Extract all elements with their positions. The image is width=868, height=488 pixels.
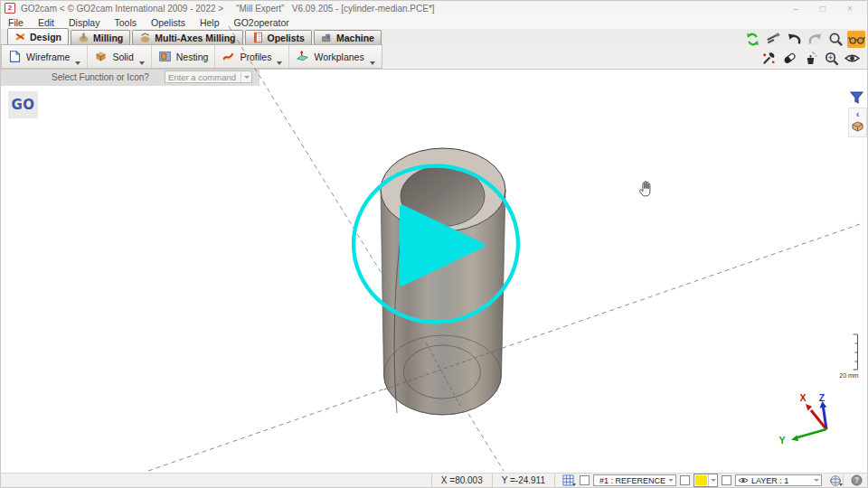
menu-opelists[interactable]: Opelists (144, 17, 193, 28)
grid-snap-button[interactable] (561, 474, 576, 486)
tab-milling-label: Milling (93, 33, 123, 43)
opelists-icon (252, 32, 264, 43)
workplanes-icon (296, 50, 309, 63)
menu-edit[interactable]: Edit (31, 17, 61, 28)
layer-selector-value: LAYER : 1 (751, 476, 811, 485)
tab-multi-axes-milling-label: Multi-Axes Milling (155, 33, 235, 43)
tab-opelists-label: Opelists (268, 33, 305, 43)
profiles-icon (222, 50, 235, 63)
panel-collapse-button[interactable]: ‹ (856, 109, 860, 119)
machine-icon (321, 32, 333, 43)
prompt-row: Select Function or Icon? Enter a command (1, 70, 867, 86)
tab-machine-label: Machine (336, 33, 374, 43)
plane-checkbox[interactable] (580, 475, 590, 485)
x-coordinate: X =80.003 (431, 474, 493, 487)
grid-caret-icon (572, 483, 576, 486)
plane-selector[interactable]: #1 : REFERENCE (593, 474, 676, 486)
go2cam-window: 2 GO2cam < © GO2cam International 2009 -… (0, 0, 868, 488)
side-panel: ‹ (848, 108, 867, 137)
menu-display[interactable]: Display (61, 17, 107, 28)
zoom-extent-icon[interactable] (822, 50, 840, 67)
tab-design-label: Design (30, 32, 61, 42)
solid-icon (94, 50, 108, 63)
workplanes-button[interactable]: Workplanes (288, 45, 381, 68)
tab-milling[interactable]: Milling (71, 30, 130, 44)
plane-cube-icon (596, 475, 597, 486)
wireframe-dropdown-caret[interactable] (75, 61, 80, 65)
prompt-bar: Select Function or Icon? Enter a command (1, 70, 259, 86)
profiles-button[interactable]: Profiles (214, 45, 288, 68)
solid-button[interactable]: Solid (87, 45, 150, 68)
menu-help[interactable]: Help (193, 17, 227, 28)
nesting-label: Nesting (176, 52, 209, 62)
filter-funnel-icon[interactable] (850, 91, 864, 105)
prompt-label: Select Function or Icon? (52, 72, 149, 82)
visibility-eye-icon[interactable] (843, 50, 861, 67)
close-button[interactable]: × (836, 4, 863, 14)
layer-selector[interactable]: LAYER : 1 (735, 474, 822, 486)
tab-opelists[interactable]: Opelists (245, 30, 312, 44)
help-glyph: ? (854, 475, 859, 484)
refresh-icon[interactable] (743, 31, 761, 48)
design-icon (14, 31, 26, 42)
profiles-dropdown-caret[interactable] (277, 61, 282, 65)
tab-multi-axes-milling[interactable]: Multi-Axes Milling (132, 30, 242, 44)
stock-box-icon[interactable] (851, 120, 864, 132)
layer-eye-icon (738, 476, 749, 484)
eraser-icon[interactable] (780, 50, 798, 67)
orientation-caret-icon (839, 483, 843, 486)
go-logo-button[interactable]: GO (8, 91, 38, 118)
design-toolgroup: Wireframe Solid Nesting Profiles (1, 44, 382, 69)
workplanes-label: Workplanes (314, 52, 363, 62)
nesting-button[interactable]: Nesting (151, 45, 215, 68)
y-coordinate: Y =-24.911 (493, 474, 555, 487)
ribbon-toolbar: Wireframe Solid Nesting Profiles (1, 44, 867, 69)
app-icon: 2 (5, 3, 15, 14)
chevron-down-icon (241, 71, 251, 82)
window-controls: – □ × (782, 4, 863, 14)
tab-design[interactable]: Design (7, 28, 69, 44)
wireframe-icon (8, 50, 22, 63)
clean-screen-icon[interactable] (801, 50, 819, 67)
glasses-view-icon[interactable] (847, 31, 865, 48)
caliper-measure-icon[interactable] (764, 31, 782, 48)
help-button[interactable]: ? (849, 474, 864, 486)
profiles-label: Profiles (240, 52, 271, 62)
tab-machine[interactable]: Machine (314, 30, 382, 44)
wireframe-button[interactable]: Wireframe (2, 45, 87, 68)
undo-icon[interactable] (785, 31, 803, 48)
view-toolbar-row1 (743, 31, 865, 48)
plane-selector-value: #1 : REFERENCE (599, 476, 665, 485)
zoom-window-icon[interactable] (826, 31, 844, 48)
workplanes-dropdown-caret[interactable] (370, 61, 375, 65)
menu-go2operator[interactable]: GO2operator (227, 17, 297, 28)
command-combobox[interactable]: Enter a command (165, 70, 252, 83)
maximize-button[interactable]: □ (809, 4, 836, 14)
view-toolbar-row2 (760, 50, 861, 67)
color-checkbox[interactable] (680, 475, 690, 485)
view-orientation-button[interactable] (827, 474, 843, 486)
window-title: GO2cam < © GO2cam International 2009 - 2… (21, 4, 777, 14)
milling-icon (78, 32, 90, 43)
solid-label: Solid (112, 52, 133, 62)
menu-file[interactable]: File (1, 17, 31, 28)
ribbon: Design Milling Multi-Axes Milling Opelis… (1, 29, 867, 70)
viewport[interactable]: GO ‹ (1, 86, 867, 473)
swatch-caret-icon (708, 474, 717, 486)
minimize-button[interactable]: – (782, 4, 809, 14)
layer-checkbox[interactable] (722, 475, 731, 485)
menubar: File Edit Display Tools Opelists Help GO… (1, 15, 867, 29)
chevron-down-icon (668, 479, 674, 482)
nesting-icon (158, 50, 172, 63)
statusbar: X =80.003 Y =-24.911 #1 : REFERENCE LAYE… (1, 473, 867, 487)
solid-dropdown-caret[interactable] (139, 61, 145, 65)
wireframe-label: Wireframe (26, 52, 70, 62)
redo-icon[interactable] (806, 31, 824, 48)
help-icon: ? (851, 474, 863, 486)
titlebar: 2 GO2cam < © GO2cam International 2009 -… (1, 1, 867, 15)
view-toolbar (743, 31, 865, 67)
color-swatch-button[interactable] (693, 474, 718, 487)
menu-tools[interactable]: Tools (107, 17, 144, 28)
repair-tools-icon[interactable] (760, 50, 778, 67)
yellow-swatch (695, 475, 707, 485)
